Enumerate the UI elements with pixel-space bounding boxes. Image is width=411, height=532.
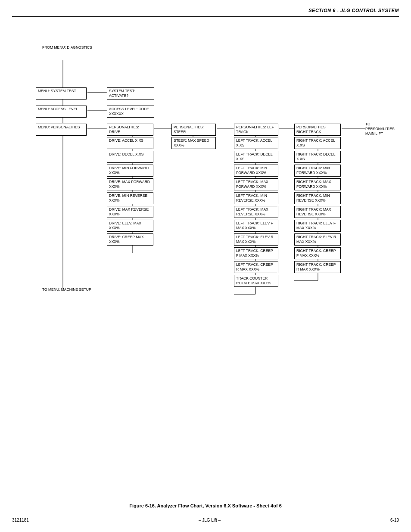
page-footer: 3121181 – JLG Lift – 6-19 — [0, 518, 411, 523]
box-right-track-min-reverse: RIGHT TRACK: MIN REVERSE XXX% — [294, 192, 341, 204]
box-personalities-right-track: PERSONALITIES: RIGHT TRACK — [294, 124, 341, 136]
box-drive-decel: DRIVE: DECEL X.XS — [107, 151, 153, 163]
box-left-track-elev-f-max: LEFT TRACK: ELEV F MAX XXX% — [234, 220, 278, 232]
box-menu-system-test: MENU: SYSTEM TEST — [36, 87, 87, 100]
box-personalities-left-track: PERSONALITIES: LEFT TRACK — [234, 124, 278, 136]
box-left-track-max-forward: LEFT TRACK: MAX FORWARD XXX% — [234, 178, 278, 190]
box-drive-creep-max: DRIVE: CREEP MAX XXX% — [107, 233, 153, 246]
box-right-track-max-reverse: RIGHT TRACK: MAX REVERSE XXX% — [294, 206, 341, 218]
box-left-track-min-forward: LEFT TRACK: MIN FORWARD XXX% — [234, 165, 278, 177]
box-left-track-min-reverse: LEFT TRACK: MIN REVERSE XXX% — [234, 192, 278, 204]
box-personalities-drive: PERSONALITIES: DRIVE — [107, 124, 153, 136]
box-right-track-creep-f-max: RIGHT TRACK: CREEP F MAX XXX% — [294, 247, 341, 259]
box-left-track-creep-f-max: LEFT TRACK: CREEP F MAX XXX% — [234, 247, 278, 259]
box-right-track-max-forward: RIGHT TRACK: MAX FORWARD XXX% — [294, 178, 341, 190]
box-right-track-creep-r-max: RIGHT TRACK: CREEP R MAX XXX% — [294, 261, 341, 273]
to-menu-machine-setup-label: TO MENU: MACHINE SETUP — [42, 287, 91, 292]
from-menu-label: FROM MENU: DIAGNOSTICS — [42, 45, 92, 50]
flowchart: FROM MENU: DIAGNOSTICS MENU: SYSTEM TEST… — [12, 24, 399, 493]
footer-right: 6-19 — [390, 518, 399, 523]
box-track-counter-rotate: TRACK COUNTER ROTATE MAX XXX% — [234, 275, 278, 287]
box-right-track-accel: RIGHT TRACK: ACCEL X.XS — [294, 137, 341, 149]
section-title: SECTION 6 - JLG CONTROL SYSTEM — [308, 8, 399, 13]
box-drive-elev-max: DRIVE: ELEV. MAX XXX% — [107, 220, 153, 232]
box-right-track-decel: RIGHT TRACK: DECEL X.XS — [294, 151, 341, 163]
box-drive-max-forward: DRIVE: MAX FORWARD XXX% — [107, 178, 153, 190]
figure-caption: Figure 6-16. Analyzer Flow Chart, Versio… — [0, 503, 411, 508]
box-drive-max-reverse: DRIVE: MAX REVERSE XXX% — [107, 206, 153, 218]
box-left-track-decel: LEFT TRACK: DECEL X.XS — [234, 151, 278, 163]
box-left-track-creep-r-max: LEFT TRACK: CREEP R MAX XXX% — [234, 261, 278, 273]
footer-left: 3121181 — [12, 518, 29, 523]
box-steer-max-speed: STEER: MAX SPEED XXX% — [171, 137, 216, 149]
box-left-track-elev-r-max: LEFT TRACK: ELEV R MAX XXX% — [234, 233, 278, 246]
box-right-track-elev-f-max: RIGHT TRACK: ELEV F MAX XXX% — [294, 220, 341, 232]
box-left-track-accel: LEFT TRACK: ACCEL X.XS — [234, 137, 278, 149]
box-right-track-min-forward: RIGHT TRACK: MIN FORWARD XXX% — [294, 165, 341, 177]
box-left-track-max-reverse: LEFT TRACK: MAX REVERSE XXX% — [234, 206, 278, 218]
box-access-level-code: ACCESS LEVEL: CODE XXXXXX — [107, 106, 154, 118]
header-divider — [12, 16, 399, 17]
box-menu-access-level: MENU: ACCESS LEVEL — [36, 106, 87, 118]
box-drive-min-forward: DRIVE: MIN FORWARD XXX% — [107, 165, 153, 177]
box-system-test-activate: SYSTEM TEST: ACTIVATE? — [107, 87, 154, 100]
box-drive-accel: DRIVE: ACCEL X.XS — [107, 137, 153, 149]
box-right-track-elev-r-max: RIGHT TRACK: ELEV R MAX XXX% — [294, 233, 341, 246]
to-personalities-label: TOPERSONALITIES:MAIN LIFT — [365, 122, 395, 136]
box-menu-personalities: MENU: PERSONALITIES — [36, 124, 87, 136]
box-personalities-steer: PERSONALITIES: STEER — [171, 124, 216, 136]
box-drive-min-reverse: DRIVE: MIN REVERSE XXX% — [107, 192, 153, 204]
footer-center: – JLG Lift – — [199, 518, 221, 523]
